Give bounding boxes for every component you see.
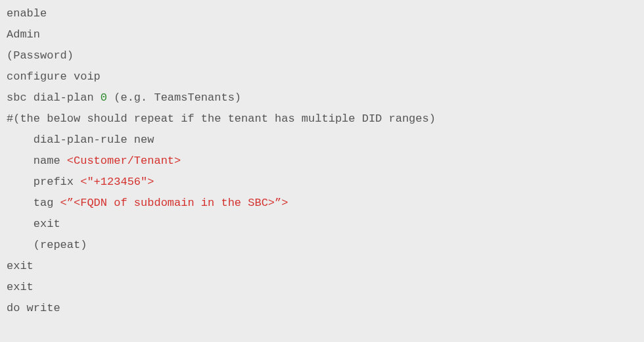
line-do-write: do write: [7, 298, 637, 319]
cli-config-block: enable Admin (Password) configure voip s…: [7, 3, 637, 319]
line-comment-repeat: #(the below should repeat if the tenant …: [7, 109, 637, 130]
line-exit-inner: exit: [7, 214, 637, 235]
placeholder-customer-tenant: <Customer/Tenant>: [67, 155, 181, 167]
text-prefix: prefix: [34, 176, 80, 188]
line-sbc-dial-plan: sbc dial-plan 0 (e.g. TeamsTenants): [7, 87, 637, 109]
number-zero: 0: [101, 91, 107, 104]
text-sbc-dial-plan: sbc dial-plan: [7, 91, 101, 104]
line-password: (Password): [7, 45, 637, 66]
line-enable: enable: [7, 3, 637, 24]
line-dial-plan-rule: dial-plan-rule new: [7, 130, 637, 151]
line-exit-1: exit: [7, 256, 637, 277]
line-tag: tag <”<FQDN of subdomain in the SBC>”>: [7, 193, 637, 214]
line-prefix: prefix <"+123456">: [7, 172, 637, 193]
line-admin: Admin: [7, 24, 637, 45]
text-name: name: [34, 155, 67, 167]
line-repeat-marker: (repeat): [7, 235, 637, 256]
line-exit-2: exit: [7, 277, 637, 298]
placeholder-prefix-number: <"+123456">: [80, 176, 154, 188]
line-name: name <Customer/Tenant>: [7, 151, 637, 172]
line-configure-voip: configure voip: [7, 66, 637, 87]
placeholder-fqdn: <”<FQDN of subdomain in the SBC>”>: [60, 197, 288, 209]
text-teams-tenants: (e.g. TeamsTenants): [107, 91, 241, 104]
text-tag: tag: [34, 197, 60, 209]
